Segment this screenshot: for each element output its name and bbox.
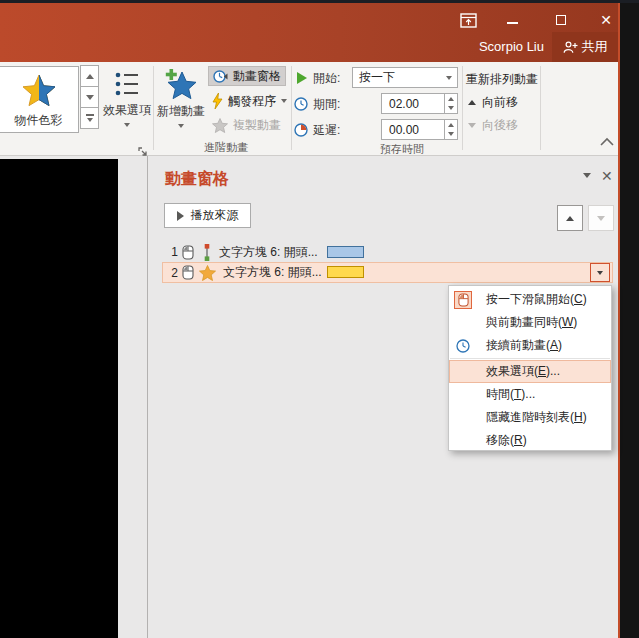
timing-group-label: 預存時間 [380, 142, 424, 157]
move-later-button[interactable]: 向後移 [468, 116, 518, 134]
play-icon [177, 211, 184, 221]
gallery-scroll-up-button[interactable] [80, 65, 99, 87]
spinner-arrows[interactable] [444, 120, 457, 139]
pane-menu-arrow-icon [583, 173, 591, 195]
add-animation-label: 新增動畫 [157, 103, 205, 120]
move-earlier-button[interactable]: 向前移 [468, 93, 518, 111]
play-from-label: 播放來源 [191, 207, 239, 224]
animation-pane-title: 動畫窗格 [165, 169, 229, 190]
duration-spinner[interactable]: 02.00 [381, 93, 458, 114]
group-separator [462, 66, 463, 150]
play-from-button[interactable]: 播放來源 [164, 203, 251, 228]
gallery-scroll-down-button[interactable] [80, 86, 99, 108]
duration-value: 02.00 [389, 97, 419, 111]
effect-options-label: 效果選項 [103, 102, 151, 119]
spinner-arrows[interactable] [444, 94, 457, 113]
animation-item-text: 文字方塊 6: 開頭... [223, 264, 322, 281]
up-arrow-icon [566, 216, 574, 221]
gallery-more-button[interactable] [80, 107, 99, 129]
maximize-button[interactable] [550, 10, 572, 30]
menu-item-start-with-previous[interactable]: 與前動畫同時(W) [449, 311, 611, 334]
animation-gallery-item-object-color[interactable]: 物件色彩 [0, 66, 79, 133]
effect-options-button[interactable]: 效果選項 [102, 66, 152, 151]
duration-clock-icon [294, 97, 308, 111]
menu-item-label: 按一下滑鼠開始(C) [486, 291, 587, 308]
stretch-effect-icon [203, 244, 211, 261]
move-later-arrow-icon [468, 123, 476, 128]
trigger-button[interactable]: 觸發程序 [208, 91, 291, 111]
start-label: 開始: [313, 70, 340, 87]
animation-order-number: 1 [168, 245, 178, 259]
menu-item-start-after-previous[interactable]: 接續前動畫(A) [449, 334, 611, 357]
mouse-click-icon [182, 245, 194, 260]
animation-item-2-selected[interactable]: 2 文字方塊 6: 開頭... [162, 262, 613, 283]
two-tone-star-icon [22, 74, 56, 107]
delay-value: 00.00 [389, 123, 419, 137]
gallery-item-label: 物件色彩 [15, 112, 63, 129]
close-button[interactable]: ✕ [595, 10, 617, 30]
slide-canvas[interactable] [0, 159, 118, 638]
down-arrow-icon [86, 95, 94, 100]
up-arrow-icon [86, 74, 94, 79]
group-separator [153, 66, 154, 150]
lightning-icon [212, 93, 223, 109]
animation-painter-button[interactable]: 複製動畫 [208, 115, 285, 135]
combo-arrow-icon [446, 76, 452, 80]
pane-close-button[interactable]: ✕ [601, 168, 613, 184]
dropdown-arrow-icon [124, 123, 130, 127]
trigger-label: 觸發程序 [228, 93, 276, 110]
effect-options-bullets-icon [114, 70, 140, 98]
minimize-button[interactable] [501, 13, 523, 33]
menu-item-label: 隱藏進階時刻表(H) [486, 409, 587, 426]
menu-item-start-on-click[interactable]: 按一下滑鼠開始(C) [449, 288, 611, 311]
ribbon-display-options-icon [460, 13, 477, 28]
move-earlier-label: 向前移 [482, 94, 518, 111]
close-icon: ✕ [600, 13, 612, 27]
account-name[interactable]: Scorpio Liu [479, 39, 544, 54]
dropdown-arrow-icon [597, 271, 603, 275]
animation-item-dropdown-button[interactable] [590, 263, 610, 282]
dropdown-arrow-icon [178, 124, 184, 128]
advanced-animation-group-label: 進階動畫 [204, 140, 248, 155]
minimize-icon [507, 22, 518, 24]
more-arrow-icon [87, 118, 93, 122]
share-button-label: 共用 [582, 38, 608, 56]
add-animation-button[interactable]: 新增動畫 [156, 66, 206, 151]
more-bar-icon [86, 114, 94, 116]
pane-divider[interactable] [147, 156, 148, 638]
collapse-ribbon-button[interactable] [600, 132, 614, 150]
pane-menu-button[interactable] [583, 178, 591, 196]
menu-item-effect-options[interactable]: 效果選項(E)... [449, 360, 611, 383]
chevron-up-icon [600, 137, 614, 146]
share-button[interactable]: 共用 [552, 32, 618, 62]
menu-item-timing[interactable]: 時間(T)... [449, 383, 611, 406]
move-earlier-arrow-icon [468, 100, 476, 105]
pane-move-down-button[interactable] [588, 205, 614, 231]
animation-pane-button[interactable]: 動畫窗格 [208, 66, 286, 86]
delay-spinner[interactable]: 00.00 [381, 119, 458, 140]
animation-timeline-bar[interactable] [327, 266, 364, 278]
mouse-click-icon [182, 265, 194, 280]
ribbon-display-options-button[interactable] [457, 10, 479, 30]
menu-item-label: 時間(T)... [486, 386, 535, 403]
menu-item-remove[interactable]: 移除(R) [449, 429, 611, 452]
group-separator [540, 66, 541, 150]
animation-timeline-bar[interactable] [327, 246, 364, 258]
start-value: 按一下 [359, 69, 395, 86]
menu-item-label: 移除(R) [486, 432, 527, 449]
maximize-icon [556, 15, 566, 25]
menu-item-hide-advanced-timeline[interactable]: 隱藏進階時刻表(H) [449, 406, 611, 429]
animation-pane-icon [213, 69, 228, 84]
group-separator [291, 66, 292, 150]
animation-item-1[interactable]: 1 文字方塊 6: 開頭... [162, 242, 613, 262]
dropdown-arrow-icon [281, 99, 287, 103]
animation-order-number: 2 [168, 266, 178, 280]
workspace: 動畫窗格 ✕ 播放來源 1 [0, 156, 618, 638]
duration-field-row: 期間: [294, 93, 340, 115]
start-combobox[interactable]: 按一下 [352, 67, 458, 88]
move-later-label: 向後移 [482, 117, 518, 134]
powerpoint-window: ✕ Scorpio Liu 共用 物 [0, 3, 620, 638]
pane-move-up-button[interactable] [557, 205, 583, 231]
duration-label: 期間: [313, 96, 340, 113]
gallery-scroll-strip [80, 66, 99, 129]
